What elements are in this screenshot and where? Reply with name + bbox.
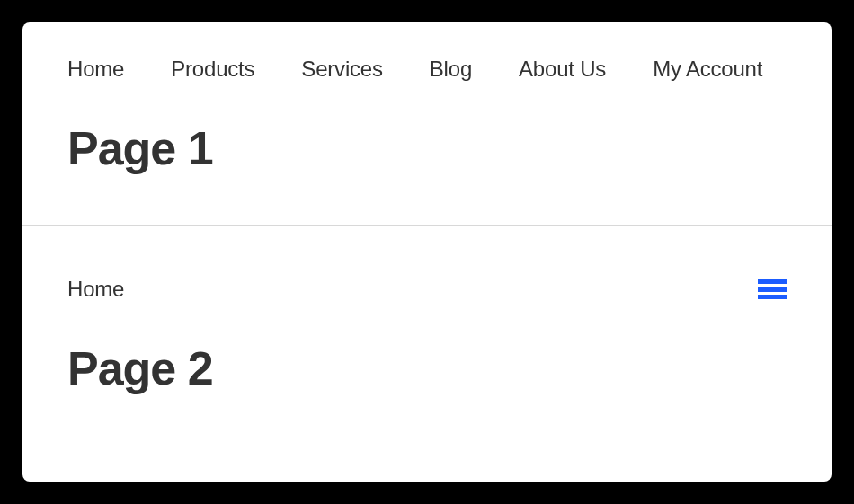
- nav-link-about-us[interactable]: About Us: [519, 57, 606, 82]
- frame: Home Products Services Blog About Us My …: [22, 22, 832, 482]
- section-page-2: Home Page 2: [22, 277, 832, 395]
- section-page-1: Home Products Services Blog About Us My …: [22, 57, 832, 175]
- page-title: Page 2: [67, 341, 787, 395]
- nav-link-services[interactable]: Services: [301, 57, 382, 82]
- nav-link-home[interactable]: Home: [67, 277, 124, 301]
- hamburger-bar: [758, 279, 787, 284]
- section-2-header-row: Home: [67, 277, 787, 302]
- nav-link-my-account[interactable]: My Account: [653, 57, 762, 82]
- nav-link-home[interactable]: Home: [67, 57, 124, 82]
- hamburger-bar: [758, 287, 787, 292]
- nav-link-products[interactable]: Products: [171, 57, 254, 82]
- hamburger-bar: [758, 295, 787, 299]
- nav-link-blog[interactable]: Blog: [430, 57, 472, 82]
- page-title: Page 1: [67, 121, 787, 175]
- divider: [22, 225, 832, 226]
- nav-single: Home: [67, 277, 124, 302]
- hamburger-menu-icon[interactable]: [758, 279, 787, 299]
- nav-full: Home Products Services Blog About Us My …: [67, 57, 787, 82]
